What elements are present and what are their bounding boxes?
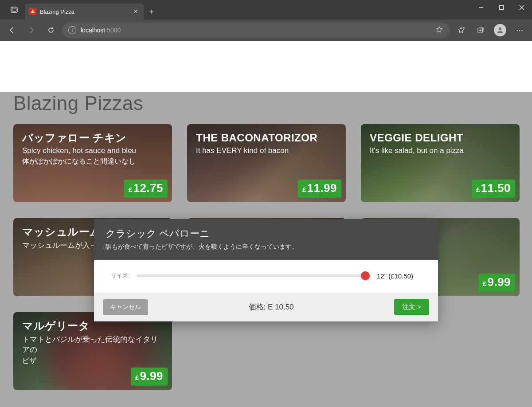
pizza-desc: Spicy chicken, hot sauce and bleu <box>22 146 163 155</box>
size-value: 12" (£10.50) <box>377 272 426 280</box>
more-menu-icon[interactable]: ⋯ <box>511 22 528 39</box>
nav-row: i localhost:5000 ⋯ <box>0 20 532 41</box>
close-window-button[interactable] <box>512 0 532 15</box>
tab-title: Blazing Pizza <box>40 8 129 15</box>
pizza-desc: It has EVERY kind of bacon <box>196 146 337 155</box>
pizza-price: £9.99 <box>131 368 168 386</box>
refresh-button[interactable] <box>43 22 59 39</box>
dialog-subtitle: 誰もが食べて育ったピザですが、火を噴くように辛くなっています。 <box>106 243 426 251</box>
pizza-card[interactable]: VEGGIE DELIGHT It's like salad, but on a… <box>361 124 520 202</box>
dialog-header: クラシック ペパローニ 誰もが食べて育ったピザですが、火を噴くように辛くなってい… <box>94 219 438 260</box>
tab-close-icon[interactable]: ✕ <box>132 8 139 15</box>
cancel-button[interactable]: キャンセル <box>103 299 148 315</box>
size-label: サイズ: <box>106 272 129 280</box>
pizza-title: VEGGIE DELIGHT <box>370 132 511 144</box>
favicon-icon <box>29 8 36 15</box>
pizza-card[interactable]: マルゲリータ トマトとバジルが乗った伝統的なイタリアの ピザ £9.99 <box>13 312 172 390</box>
pizza-price: £11.50 <box>472 180 515 198</box>
collections-icon[interactable] <box>472 22 489 39</box>
dialog-price: 価格: E 10.50 <box>148 302 394 312</box>
pizza-desc: It's like salad, but on a pizza <box>370 146 511 155</box>
browser-tab[interactable]: Blazing Pizza ✕ <box>25 4 144 20</box>
tab-strip: Blazing Pizza ✕ ＋ <box>0 0 532 20</box>
minimize-button[interactable] <box>471 0 491 15</box>
pizza-price: £9.99 <box>478 274 515 292</box>
dialog-body: サイズ: 12" (£10.50) <box>94 260 438 293</box>
dialog-footer: キャンセル 価格: E 10.50 注文 > <box>94 293 438 321</box>
profile-button[interactable] <box>491 22 509 39</box>
size-slider[interactable] <box>137 271 369 280</box>
pizza-title: THE BACONATORIZOR <box>196 132 337 144</box>
toolbar-right: ⋯ <box>452 22 528 39</box>
pizza-price: £12.75 <box>124 180 168 198</box>
window-controls <box>471 0 532 20</box>
pizza-desc: トマトとバジルが乗った伝統的なイタリアの <box>22 334 163 355</box>
pizza-price: £11.99 <box>298 180 341 198</box>
svg-rect-1 <box>12 8 16 12</box>
svg-rect-3 <box>500 6 504 10</box>
browser-chrome: Blazing Pizza ✕ ＋ i loc <box>0 0 532 41</box>
pizza-desc2: ピザ <box>22 356 163 366</box>
tab-actions-icon[interactable] <box>4 0 25 20</box>
forward-button[interactable] <box>23 22 40 39</box>
dialog-title: クラシック ペパローニ <box>106 227 426 240</box>
pizza-title: バッファロー チキン <box>22 132 163 144</box>
viewport: Blazing Pizzas バッファロー チキン Spicy chicken,… <box>0 92 532 407</box>
order-button[interactable]: 注文 > <box>394 299 429 315</box>
back-button[interactable] <box>4 22 20 39</box>
new-tab-button[interactable]: ＋ <box>144 4 160 20</box>
address-host: localhost <box>81 27 105 34</box>
address-port: :5000 <box>105 27 121 34</box>
pizza-card[interactable]: THE BACONATORIZOR It has EVERY kind of b… <box>187 124 346 202</box>
address-bar[interactable]: i localhost:5000 <box>62 23 450 38</box>
slider-track <box>137 274 369 277</box>
pizza-card[interactable]: バッファロー チキン Spicy chicken, hot sauce and … <box>13 124 172 202</box>
pizza-title: マルゲリータ <box>22 320 163 332</box>
svg-point-11 <box>499 27 501 30</box>
maximize-button[interactable] <box>491 0 512 15</box>
pizza-desc2: 体がぽかぽかになること間違いなし <box>22 157 163 166</box>
avatar-icon <box>494 24 506 36</box>
slider-thumb-icon[interactable] <box>361 271 370 280</box>
favorite-icon[interactable] <box>435 26 443 35</box>
site-info-icon[interactable]: i <box>68 26 76 34</box>
configure-pizza-dialog: クラシック ペパローニ 誰もが食べて育ったピザですが、火を噴くように辛くなってい… <box>94 219 438 321</box>
favorites-list-icon[interactable] <box>452 22 470 39</box>
